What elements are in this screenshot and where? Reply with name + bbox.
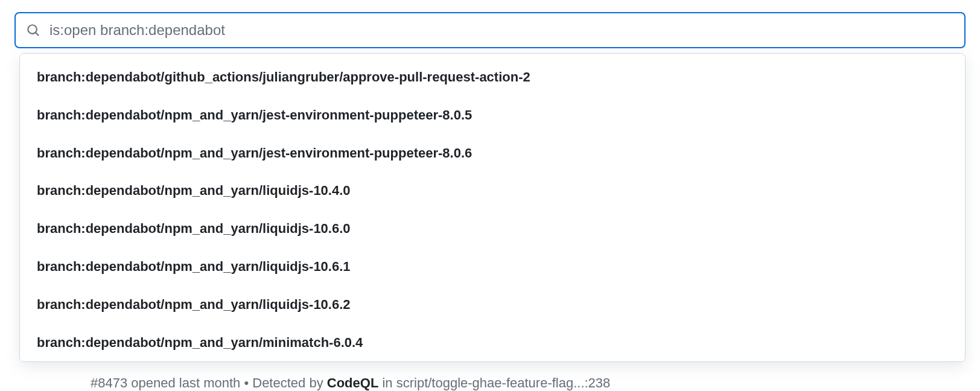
issue-meta-text: opened last month • Detected by <box>127 375 327 390</box>
suggestion-item[interactable]: branch:dependabot/npm_and_yarn/liquidjs-… <box>20 172 965 210</box>
suggestion-item[interactable]: branch:dependabot/npm_and_yarn/jest-envi… <box>20 135 965 173</box>
search-input-container[interactable] <box>14 12 966 48</box>
suggestion-item[interactable]: branch:dependabot/npm_and_yarn/liquidjs-… <box>20 210 965 248</box>
search-icon <box>27 24 40 37</box>
suggestions-dropdown[interactable]: branch:dependabot/github_actions/juliang… <box>19 53 966 362</box>
suggestion-item[interactable]: branch:dependabot/npm_and_yarn/jest-envi… <box>20 97 965 135</box>
suggestion-item[interactable]: branch:dependabot/npm_and_yarn/liquidjs-… <box>20 286 965 324</box>
background-issue-row: #8473 opened last month • Detected by Co… <box>91 375 610 391</box>
suggestion-item[interactable]: branch:dependabot/npm_and_yarn/minimatch… <box>20 324 965 362</box>
issue-meta-tail: in script/toggle-ghae-feature-flag...:23… <box>378 375 610 390</box>
suggestion-item[interactable]: branch:dependabot/npm_and_yarn/liquidjs-… <box>20 248 965 286</box>
suggestion-item[interactable]: branch:dependabot/github_actions/juliang… <box>20 59 965 97</box>
search-wrapper: branch:dependabot/github_actions/juliang… <box>14 12 966 48</box>
detector-name: CodeQL <box>327 375 379 390</box>
issue-number: #8473 <box>91 375 127 390</box>
search-input[interactable] <box>49 22 953 39</box>
